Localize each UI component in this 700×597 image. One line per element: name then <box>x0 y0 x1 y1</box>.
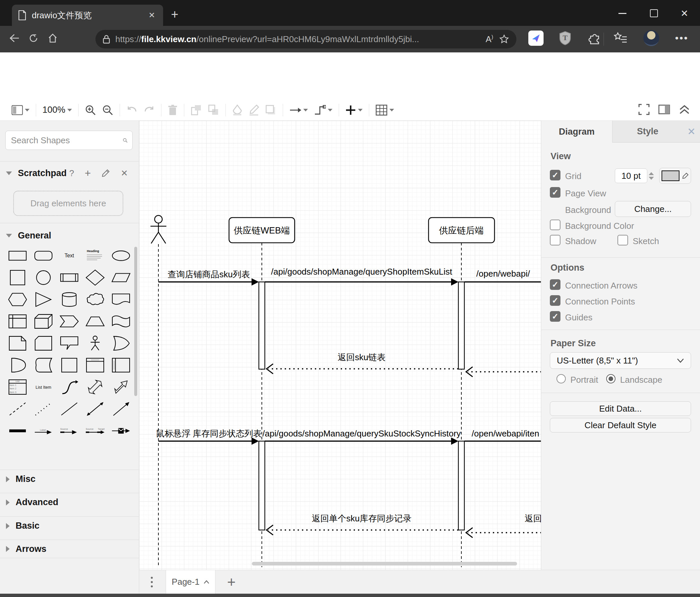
connection-arrows-checkbox[interactable]: ✓ <box>550 279 560 290</box>
shape-link[interactable] <box>5 420 30 442</box>
activation-bar[interactable] <box>259 282 265 369</box>
scratchpad-edit-icon[interactable] <box>101 169 110 177</box>
shape-trapezoid[interactable] <box>82 310 108 332</box>
grid-size-input[interactable]: 10 pt <box>615 168 647 183</box>
activation-bar[interactable] <box>458 282 464 369</box>
shape-card[interactable] <box>30 332 56 354</box>
shadow-checkbox[interactable] <box>550 235 560 245</box>
shape-bidirectional-arrow[interactable] <box>82 376 108 398</box>
scratchpad-help-icon[interactable]: ? <box>69 168 74 178</box>
shape-diamond[interactable] <box>82 267 108 289</box>
shape-arrow-with-label[interactable]: Label <box>30 420 56 442</box>
window-minimize-button[interactable] <box>615 7 630 19</box>
shape-list[interactable]: ListItem 1Item 2Item 3 <box>5 376 30 398</box>
activation-bar[interactable] <box>458 441 464 530</box>
read-aloud-icon[interactable]: A) <box>485 34 493 44</box>
scratchpad-section[interactable]: Scratchpad ? + ✕ <box>0 164 139 183</box>
shape-or[interactable] <box>108 332 134 354</box>
shape-curve[interactable] <box>56 376 82 398</box>
search-input[interactable] <box>10 135 123 146</box>
shape-circle[interactable] <box>30 267 56 289</box>
section-misc[interactable]: Misc <box>0 470 139 488</box>
refresh-icon[interactable] <box>24 33 43 45</box>
back-icon[interactable] <box>5 33 24 45</box>
to-front-button[interactable] <box>188 103 205 117</box>
tab-diagram[interactable]: Diagram <box>541 121 612 143</box>
section-general[interactable]: General <box>0 226 139 245</box>
browser-tab[interactable]: drawio文件预览 ✕ <box>12 5 163 26</box>
shape-document[interactable] <box>108 289 134 310</box>
panel-close-icon[interactable]: ✕ <box>683 121 700 143</box>
delete-button[interactable] <box>165 103 181 117</box>
home-icon[interactable] <box>43 33 62 45</box>
profile-avatar[interactable] <box>642 29 660 47</box>
shape-container-vertical[interactable] <box>108 354 134 376</box>
shape-step[interactable] <box>56 310 82 332</box>
shape-list-item[interactable]: List Item <box>30 376 56 398</box>
shape-directional-connector[interactable] <box>108 398 134 420</box>
table-button[interactable] <box>373 103 397 117</box>
shape-data-storage[interactable] <box>30 354 56 376</box>
undo-button[interactable] <box>123 103 141 117</box>
toggle-outline-button[interactable] <box>9 103 32 117</box>
waypoint-style-button[interactable] <box>311 103 335 117</box>
shape-container-title[interactable] <box>82 354 108 376</box>
section-advanced[interactable]: Advanced <box>0 493 139 511</box>
shape-cube[interactable] <box>30 310 56 332</box>
shape-dotted-line[interactable] <box>30 398 56 420</box>
collections-icon[interactable] <box>611 29 629 47</box>
shape-text[interactable]: Text <box>56 245 82 267</box>
landscape-radio[interactable] <box>606 374 616 383</box>
grid-checkbox[interactable]: ✓ <box>550 170 560 181</box>
guides-checkbox[interactable]: ✓ <box>550 311 560 322</box>
shape-rounded-rectangle[interactable] <box>30 245 56 267</box>
scratchpad-close-icon[interactable]: ✕ <box>121 168 128 178</box>
shape-parallelogram[interactable] <box>108 267 134 289</box>
shape-textbox[interactable]: Heading <box>82 245 108 267</box>
shape-rectangle[interactable] <box>5 245 30 267</box>
paper-size-select[interactable]: US-Letter (8,5" x 11") <box>550 352 691 369</box>
scratchpad-add-icon[interactable]: + <box>85 167 91 180</box>
shape-cloud[interactable] <box>82 289 108 310</box>
zoom-out-button[interactable] <box>99 103 116 117</box>
collapse-toolbar-icon[interactable] <box>679 104 690 116</box>
zoom-in-button[interactable] <box>82 103 99 117</box>
window-maximize-button[interactable] <box>646 7 661 19</box>
activation-bar[interactable] <box>259 441 265 530</box>
grid-color-button[interactable] <box>659 168 691 184</box>
pages-menu-icon[interactable] <box>149 575 154 589</box>
canvas-horizontal-scrollbar[interactable] <box>252 562 517 566</box>
shape-tape[interactable] <box>108 310 134 332</box>
zoom-level-dropdown[interactable]: 100% <box>40 103 75 117</box>
shape-line[interactable] <box>56 398 82 420</box>
fullscreen-icon[interactable] <box>639 104 650 116</box>
shape-search-box[interactable] <box>5 131 132 150</box>
portrait-radio[interactable] <box>556 374 566 383</box>
shape-square[interactable] <box>5 267 30 289</box>
extension-shield-icon[interactable]: T <box>556 29 574 47</box>
sidebar-scrollbar[interactable] <box>134 247 137 396</box>
diagram-canvas[interactable]: 供应链WEB端 供应链后端 查询店铺商品sku列表 /api/goods/sho… <box>139 121 541 570</box>
shape-bidirectional-connector[interactable] <box>82 398 108 420</box>
shape-arrow-with-source-label[interactable]: Source <box>56 420 82 442</box>
redo-button[interactable] <box>141 103 158 117</box>
format-panel-toggle-icon[interactable] <box>658 104 670 116</box>
shape-arrow-source-target[interactable]: SourceTarget <box>82 420 108 442</box>
tab-close-icon[interactable]: ✕ <box>147 10 157 20</box>
new-tab-button[interactable]: + <box>171 7 178 22</box>
edit-data-button[interactable]: Edit Data... <box>550 401 691 416</box>
shape-container[interactable] <box>56 354 82 376</box>
shape-ellipse[interactable] <box>108 245 134 267</box>
shape-arrow[interactable] <box>108 376 134 398</box>
shape-hexagon[interactable] <box>5 289 30 310</box>
add-page-button[interactable]: + <box>222 573 241 591</box>
background-color-checkbox[interactable] <box>550 219 560 230</box>
shape-note[interactable] <box>5 332 30 354</box>
insert-button[interactable] <box>342 103 366 117</box>
section-basic[interactable]: Basic <box>0 517 139 535</box>
shape-cylinder[interactable] <box>56 289 82 310</box>
section-arrows[interactable]: Arrows <box>0 540 139 558</box>
grid-size-stepper[interactable] <box>649 168 654 183</box>
fill-color-button[interactable] <box>229 103 246 117</box>
extension-bird-icon[interactable] <box>527 29 545 47</box>
